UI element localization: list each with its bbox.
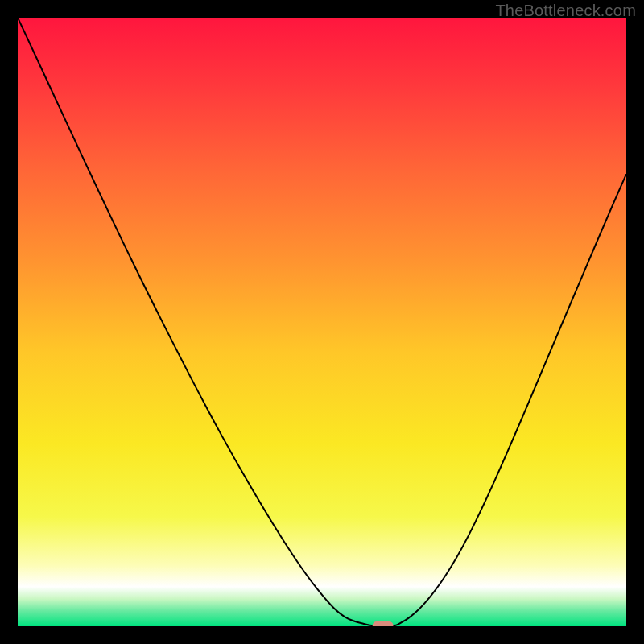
bottleneck-chart: [18, 18, 626, 626]
chart-frame: TheBottleneck.com: [0, 0, 644, 644]
watermark: TheBottleneck.com: [495, 2, 636, 20]
gradient-background: [18, 18, 626, 626]
plot-area: [18, 18, 626, 626]
min-marker: [373, 621, 394, 626]
